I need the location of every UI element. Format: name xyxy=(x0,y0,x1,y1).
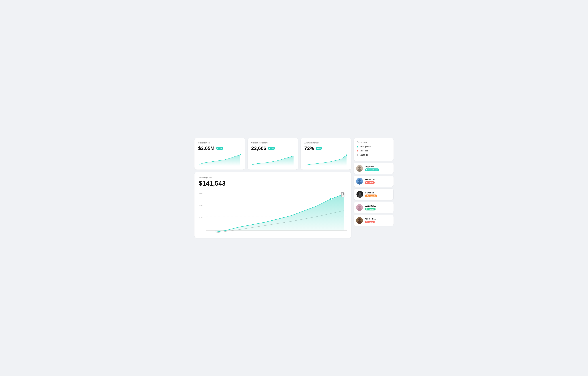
svg-point-3 xyxy=(288,157,289,158)
metric-cards-row: Current MRR $2.65M + 14% xyxy=(194,138,351,169)
mrr-value: $2.65M xyxy=(198,145,215,151)
mrr-value-row: $2.65M + 14% xyxy=(198,145,242,151)
svg-marker-13 xyxy=(357,150,358,152)
svg-point-11 xyxy=(330,198,332,200)
breakdown-lost-label: MRR lost xyxy=(359,150,368,152)
svg-point-22 xyxy=(359,192,361,195)
active-badge: + 4% xyxy=(315,147,322,150)
avatar-kadin xyxy=(356,217,363,224)
activity-info-kianna: Kianna Cu... Churned xyxy=(365,178,391,184)
growth-title: Monthly growth xyxy=(199,176,347,178)
svg-point-5 xyxy=(346,155,347,156)
breakdown-card: Breakdown MRR gained MRR lost Net MRR xyxy=(354,138,394,161)
breakdown-lost: MRR lost xyxy=(357,150,390,152)
y-label-300k: $300k xyxy=(199,192,206,194)
svg-point-1 xyxy=(240,154,241,155)
svg-point-26 xyxy=(357,208,362,211)
triangle-down-icon xyxy=(357,150,358,152)
active-title: Active customers xyxy=(304,142,347,144)
activity-info-roger: Roger Sta... New customer xyxy=(365,166,391,171)
activity-item-kianna[interactable]: Kianna Cu... Churned xyxy=(354,176,394,187)
breakdown-gained: MRR gained xyxy=(357,145,390,148)
growth-card: Monthly growth $141,543 $300k $200k $100… xyxy=(194,172,351,238)
mrr-card: Current MRR $2.65M + 14% xyxy=(194,138,245,169)
activity-item-carter[interactable]: Carter Ko Downgrade xyxy=(354,188,394,200)
activity-name-carter: Carter Ko xyxy=(365,192,391,194)
svg-marker-2 xyxy=(252,156,293,166)
breakdown-net: Net MRR xyxy=(357,154,390,156)
svg-point-19 xyxy=(358,179,361,182)
mrr-badge: + 14% xyxy=(216,147,223,150)
customers-value: 22,606 xyxy=(251,145,266,151)
avatar-carter xyxy=(357,191,363,198)
svg-point-25 xyxy=(358,206,361,208)
svg-point-20 xyxy=(357,181,362,185)
flag-button[interactable] xyxy=(341,192,346,197)
activity-name-kadin: Kadin Rhi... xyxy=(365,218,391,220)
customers-badge: + 12% xyxy=(268,147,275,150)
dashboard: Current MRR $2.65M + 14% xyxy=(194,138,394,238)
activity-item-kadin[interactable]: Kadin Rhi... Churned xyxy=(354,215,394,226)
mrr-chart xyxy=(198,154,242,166)
active-value-row: 72% + 4% xyxy=(304,145,347,151)
customers-value-row: 22,606 + 12% xyxy=(251,145,295,151)
active-value: 72% xyxy=(304,145,314,151)
svg-point-14 xyxy=(357,154,358,155)
main-content: Current MRR $2.65M + 14% xyxy=(194,138,351,238)
activity-badge-roger: New customer xyxy=(365,168,379,171)
activity-badge-lydia: Upgraded xyxy=(365,208,376,210)
svg-marker-12 xyxy=(357,146,358,147)
growth-chart-area xyxy=(206,191,347,234)
breakdown-title: Breakdown xyxy=(357,141,390,143)
y-label-100k: $100k xyxy=(199,217,206,219)
mrr-title: Current MRR xyxy=(198,142,242,144)
y-label-200k: $200k xyxy=(199,205,206,207)
avatar-roger xyxy=(356,165,363,172)
triangle-up-icon xyxy=(357,146,358,147)
circle-icon xyxy=(357,154,358,156)
activity-badge-kianna: Churned xyxy=(365,181,375,184)
breakdown-net-label: Net MRR xyxy=(359,154,368,156)
growth-value: $141,543 xyxy=(199,180,347,187)
activity-name-kianna: Kianna Cu... xyxy=(365,178,391,181)
activity-info-lydia: Lydia Dok... Upgraded xyxy=(365,205,391,210)
activity-name-lydia: Lydia Dok... xyxy=(365,205,391,207)
activity-item-lydia[interactable]: Lydia Dok... Upgraded xyxy=(354,202,394,213)
avatar-kianna xyxy=(356,178,363,185)
active-card: Active customers 72% + 4% xyxy=(301,138,351,169)
activity-item-roger[interactable]: Roger Sta... New customer xyxy=(354,163,394,174)
right-sidebar: Breakdown MRR gained MRR lost Net MRR xyxy=(354,138,394,238)
svg-point-29 xyxy=(357,221,362,224)
activity-name-roger: Roger Sta... xyxy=(365,166,391,168)
activity-info-carter: Carter Ko Downgrade xyxy=(365,192,391,197)
activity-info-kadin: Kadin Rhi... Churned xyxy=(365,218,391,223)
svg-point-23 xyxy=(358,195,362,198)
svg-point-28 xyxy=(358,218,361,221)
activity-badge-carter: Downgrade xyxy=(365,195,377,197)
activity-badge-kadin: Churned xyxy=(365,221,375,223)
svg-marker-10 xyxy=(215,194,344,232)
avatar-lydia xyxy=(356,204,363,211)
customers-card: Current customers 22,606 + 12% xyxy=(248,138,298,169)
svg-point-16 xyxy=(358,166,361,169)
breakdown-gained-label: MRR gained xyxy=(359,145,371,148)
active-chart xyxy=(304,154,347,166)
customers-title: Current customers xyxy=(251,142,295,144)
customers-chart xyxy=(251,154,295,166)
